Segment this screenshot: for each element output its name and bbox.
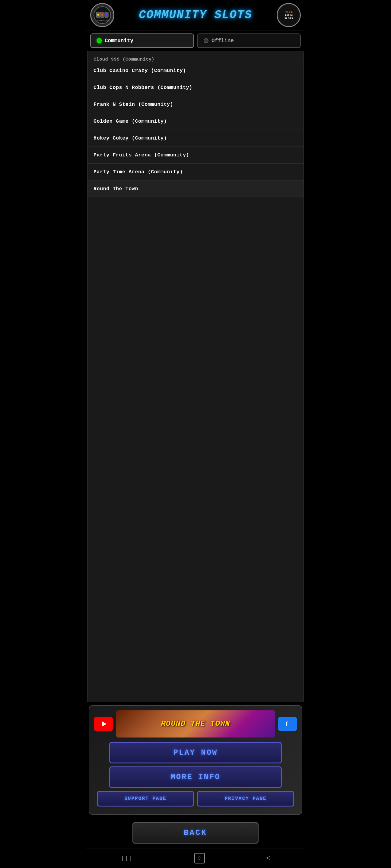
back-button-container: BACK	[90, 822, 301, 844]
game-list: Cloud 999 (Community) Club Casino Crazy …	[87, 51, 304, 702]
more-info-button[interactable]: MORE INFO	[109, 767, 282, 788]
list-item[interactable]: Club Casino Crazy (Community)	[87, 62, 304, 79]
list-item[interactable]: Club Cops N Robbers (Community)	[87, 79, 304, 96]
svg-text:f: f	[286, 720, 288, 728]
cashman-logo: CASHMAN_EQ	[90, 3, 114, 27]
privacy-page-button[interactable]: PRIVACY PAGE	[197, 791, 294, 807]
facebook-button[interactable]: f	[278, 717, 297, 731]
tab-offline[interactable]: Offline	[197, 33, 301, 48]
tab-bar: Community Offline	[86, 30, 305, 51]
offline-tab-label: Offline	[212, 38, 234, 44]
list-item[interactable]: Party Time Arena (Community)	[87, 164, 304, 181]
game-detail-card: ROUND THE TOWN f PLAY NOW MORE INFO SUPP…	[89, 705, 302, 815]
svg-point-4	[97, 14, 99, 16]
back-button[interactable]: BACK	[133, 822, 259, 844]
game-card-header: ROUND THE TOWN f	[94, 710, 297, 738]
community-indicator	[97, 38, 102, 43]
home-icon[interactable]: ○	[194, 853, 204, 864]
play-now-button[interactable]: PLAY NOW	[109, 742, 282, 764]
list-item-selected[interactable]: Round The Town	[87, 181, 304, 197]
youtube-button[interactable]	[94, 717, 113, 731]
list-item[interactable]: Frank N Stein (Community)	[87, 96, 304, 113]
list-item[interactable]: Hokey Cokey (Community)	[87, 130, 304, 147]
back-nav-icon[interactable]: <	[266, 855, 270, 862]
game-banner-title: ROUND THE TOWN	[161, 720, 230, 728]
nav-bar: ||| ○ <	[86, 848, 305, 868]
offline-indicator	[204, 38, 208, 43]
svg-point-5	[101, 14, 103, 16]
svg-point-6	[106, 14, 107, 16]
svg-text:CASHMAN_EQ: CASHMAN_EQ	[96, 20, 109, 22]
game-banner: ROUND THE TOWN	[116, 710, 275, 738]
app-header: CASHMAN_EQ COMMUNITY SLOTS REEL istic SL…	[86, 0, 305, 30]
reel-istic-logo: REEL istic SLOTS	[277, 3, 301, 27]
tab-community[interactable]: Community	[90, 33, 194, 48]
list-item[interactable]: Golden Game (Community)	[87, 113, 304, 130]
support-page-button[interactable]: SUPPORT PAGE	[97, 791, 194, 807]
community-tab-label: Community	[105, 38, 133, 44]
menu-icon[interactable]: |||	[121, 855, 133, 862]
app-title: COMMUNITY SLOTS	[114, 8, 277, 22]
list-item[interactable]: Party Fruits Arena (Community)	[87, 147, 304, 164]
list-item[interactable]: Cloud 999 (Community)	[87, 51, 304, 62]
bottom-buttons: SUPPORT PAGE PRIVACY PAGE	[97, 791, 294, 807]
